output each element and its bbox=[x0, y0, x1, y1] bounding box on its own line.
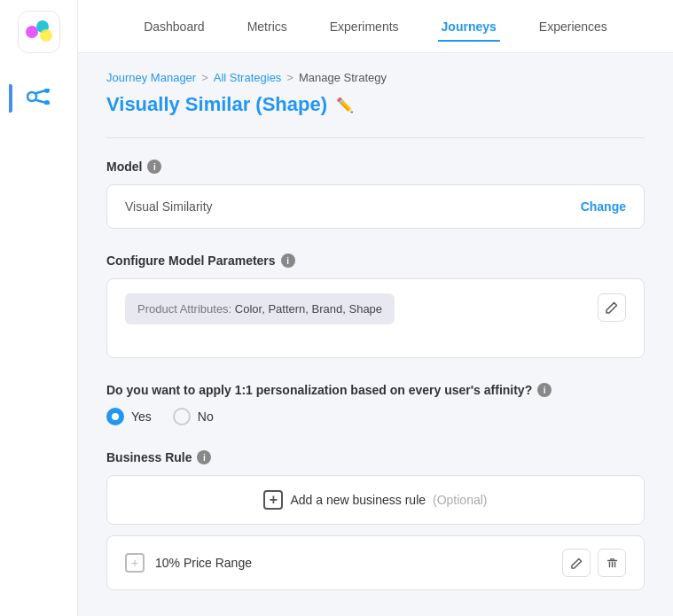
rule-expand-icon[interactable]: + bbox=[125, 553, 145, 573]
model-label-text: Model bbox=[106, 160, 142, 174]
optional-label: (Optional) bbox=[433, 493, 487, 507]
personalization-radio-group: Yes No bbox=[106, 408, 645, 425]
sidebar bbox=[0, 0, 78, 616]
svg-point-7 bbox=[44, 100, 50, 105]
configure-info-icon[interactable]: i bbox=[281, 253, 295, 268]
personalization-info-icon[interactable]: i bbox=[537, 383, 552, 397]
radio-yes[interactable]: Yes bbox=[106, 408, 152, 425]
radio-no-label: No bbox=[198, 409, 214, 424]
breadcrumb-journey-manager[interactable]: Journey Manager bbox=[106, 71, 196, 84]
radio-no[interactable]: No bbox=[173, 408, 214, 425]
svg-rect-11 bbox=[614, 561, 614, 567]
nav-metrics[interactable]: Metrics bbox=[244, 12, 291, 41]
model-card: Visual Similarity Change bbox=[106, 184, 645, 229]
configure-label-text: Configure Model Parameters bbox=[106, 253, 276, 268]
breadcrumb: Journey Manager > All Strategies > Manag… bbox=[106, 71, 645, 84]
business-rule-label-text: Business Rule bbox=[106, 450, 192, 464]
rule-item: + 10% Price Range bbox=[106, 535, 645, 590]
add-rule-label: Add a new business rule bbox=[290, 493, 426, 507]
breadcrumb-sep-1: > bbox=[201, 71, 208, 84]
configure-section: Configure Model Parameters i Product Att… bbox=[106, 253, 645, 358]
rule-actions bbox=[562, 549, 626, 577]
attributes-pill: Product Attributes: Color, Pattern, Bran… bbox=[125, 293, 395, 324]
nav-experiments[interactable]: Experiments bbox=[326, 12, 403, 41]
nav-dashboard[interactable]: Dashboard bbox=[140, 12, 208, 41]
radio-yes-circle bbox=[106, 408, 124, 425]
model-label: Model i bbox=[106, 160, 645, 174]
business-rule-section: Business Rule i + Add a new business rul… bbox=[106, 450, 645, 590]
page-title: Visually Similar (Shape) ✏️ bbox=[106, 93, 645, 116]
svg-point-0 bbox=[26, 26, 38, 38]
svg-point-6 bbox=[44, 89, 50, 93]
add-rule-plus-icon: + bbox=[263, 490, 283, 510]
title-divider bbox=[106, 137, 645, 138]
breadcrumb-all-strategies[interactable]: All Strategies bbox=[214, 71, 282, 84]
app-logo[interactable] bbox=[18, 11, 60, 53]
personalization-section: Do you want to apply 1:1 personalization… bbox=[106, 383, 645, 425]
breadcrumb-sep-2: > bbox=[286, 71, 293, 84]
nav-journeys[interactable]: Journeys bbox=[438, 12, 500, 41]
svg-point-3 bbox=[27, 92, 36, 101]
rule-item-name: 10% Price Range bbox=[155, 556, 252, 570]
rule-item-left: + 10% Price Range bbox=[125, 553, 252, 573]
radio-no-circle bbox=[173, 408, 191, 425]
page-title-text: Visually Similar (Shape) bbox=[106, 93, 327, 116]
edit-rule-button[interactable] bbox=[562, 549, 591, 577]
model-value: Visual Similarity bbox=[125, 199, 213, 214]
top-navigation: Dashboard Metrics Experiments Journeys E… bbox=[78, 0, 673, 53]
configure-label: Configure Model Parameters i bbox=[106, 253, 645, 268]
sidebar-nav-icon[interactable] bbox=[27, 89, 51, 108]
radio-yes-label: Yes bbox=[131, 409, 152, 424]
svg-rect-10 bbox=[611, 561, 612, 567]
svg-rect-8 bbox=[606, 559, 616, 560]
configure-card: Product Attributes: Color, Pattern, Bran… bbox=[106, 278, 645, 358]
content-area: Journey Manager > All Strategies > Manag… bbox=[78, 53, 673, 616]
svg-point-2 bbox=[40, 29, 52, 42]
change-model-button[interactable]: Change bbox=[581, 199, 626, 214]
edit-attributes-button[interactable] bbox=[598, 293, 626, 322]
delete-rule-button[interactable] bbox=[598, 549, 626, 577]
main-content: Dashboard Metrics Experiments Journeys E… bbox=[78, 0, 673, 616]
model-info-icon[interactable]: i bbox=[147, 160, 161, 174]
business-rule-label: Business Rule i bbox=[106, 450, 645, 464]
personalization-question-text: Do you want to apply 1:1 personalization… bbox=[106, 383, 532, 397]
edit-title-icon[interactable]: ✏️ bbox=[336, 97, 354, 113]
model-section: Model i Visual Similarity Change bbox=[106, 160, 645, 229]
nav-experiences[interactable]: Experiences bbox=[536, 12, 611, 41]
attributes-label: Product Attributes: bbox=[137, 302, 231, 316]
add-business-rule-card[interactable]: + Add a new business rule (Optional) bbox=[106, 475, 645, 525]
svg-rect-9 bbox=[608, 561, 609, 567]
personalization-question: Do you want to apply 1:1 personalization… bbox=[106, 383, 645, 397]
attributes-value: Color, Pattern, Brand, Shape bbox=[235, 302, 382, 316]
breadcrumb-current: Manage Strategy bbox=[299, 71, 387, 84]
business-rule-info-icon[interactable]: i bbox=[197, 450, 211, 464]
